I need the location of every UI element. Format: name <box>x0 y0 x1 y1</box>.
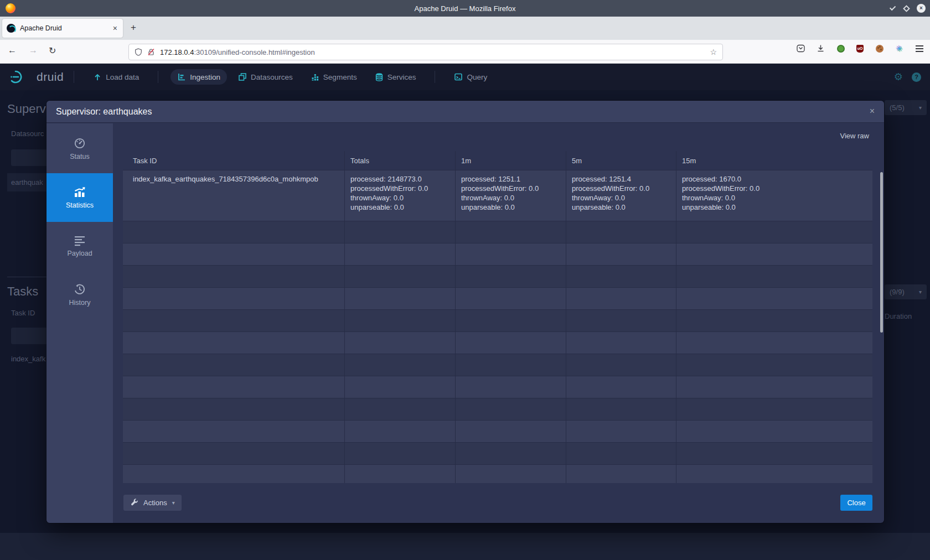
tab-status-label: Status <box>70 153 89 160</box>
table-row-empty <box>123 266 872 288</box>
pocket-icon[interactable] <box>797 44 805 53</box>
close-button-label: Close <box>847 499 865 507</box>
browser-toolbar: ← → ↻ 172.18.0.4 :30109/unified-console.… <box>0 40 930 64</box>
browser-tabbar: Apache Druid × + <box>0 17 930 40</box>
dialog-title: Supervisor: earthquakes <box>56 107 152 117</box>
supervisors-refresh-dropdown[interactable]: (5/5)▾ <box>885 100 927 115</box>
dialog-header: Supervisor: earthquakes × <box>46 101 884 123</box>
cell-task-id: index_kafka_earthquakes_7184357396d6c0a_… <box>123 170 345 221</box>
caret-down-icon: ▾ <box>919 105 922 111</box>
tab-payload[interactable]: Payload <box>46 222 113 271</box>
window-titlebar: Apache Druid — Mozilla Firefox × <box>0 0 930 17</box>
screen: Apache Druid — Mozilla Firefox × Apache … <box>0 0 930 560</box>
help-icon[interactable]: ? <box>912 72 921 82</box>
column-header-task-id[interactable]: Task ID <box>123 151 345 170</box>
gauge-icon <box>74 137 86 149</box>
table-empty-rows <box>123 221 872 483</box>
view-raw-link[interactable]: View raw <box>840 132 869 140</box>
druid-favicon-icon <box>7 24 16 33</box>
column-header-1m[interactable]: 1m <box>456 151 566 170</box>
tab-history-label: History <box>69 299 91 307</box>
tab-statistics[interactable]: Statistics <box>46 173 113 222</box>
colorful-extension-icon[interactable]: ✳ <box>895 44 903 53</box>
column-header-5m[interactable]: 5m <box>566 151 676 170</box>
task-id-column-header: Task ID <box>11 309 35 317</box>
background-table-band <box>0 533 930 560</box>
tab-statistics-label: Statistics <box>66 201 94 209</box>
table-row-empty <box>123 310 872 332</box>
nav-item-load-data[interactable]: Load data <box>86 69 146 85</box>
statistics-table: Task ID Totals 1m 5m 15m index_kafka_ear… <box>123 151 872 483</box>
browser-tab-apache-druid[interactable]: Apache Druid × <box>2 19 123 38</box>
nav-item-services[interactable]: Services <box>368 69 423 85</box>
tasks-refresh-dropdown[interactable]: (9/9)▾ <box>885 284 927 299</box>
dialog-sidebar: Status Statistics Pay <box>46 123 113 523</box>
tab-title: Apache Druid <box>20 24 112 32</box>
table-row-empty <box>123 221 872 243</box>
nav-item-query[interactable]: Query <box>447 69 494 85</box>
table-row-empty <box>123 465 872 483</box>
extension-privacy-icon[interactable] <box>836 44 845 53</box>
cell-5m: processed: 1251.4processedWithError: 0.0… <box>566 170 676 221</box>
table-row-empty <box>123 376 872 398</box>
tasks-page-title: Tasks <box>7 284 38 299</box>
close-button[interactable]: Close <box>840 495 872 511</box>
url-host: 172.18.0.4 <box>160 48 194 56</box>
history-clock-icon <box>74 283 86 295</box>
datasources-icon <box>238 72 247 81</box>
tab-status[interactable]: Status <box>46 125 113 173</box>
firefox-logo-icon <box>6 3 16 13</box>
table-row-empty <box>123 332 872 354</box>
druid-brand-label: druid <box>37 70 64 84</box>
back-button[interactable]: ← <box>8 45 17 55</box>
druid-brand[interactable]: druid <box>10 70 64 84</box>
reload-button[interactable]: ↻ <box>49 45 56 56</box>
tracking-shield-icon[interactable] <box>135 48 142 56</box>
nav-item-ingestion[interactable]: Ingestion <box>170 69 227 85</box>
supervisors-page-title: Superv <box>7 102 46 116</box>
cell-15m: processed: 1670.0processedWithError: 0.0… <box>676 170 872 221</box>
window-title: Apache Druid — Mozilla Firefox <box>0 4 930 13</box>
duration-column-header: Duration <box>885 312 912 320</box>
wrench-icon <box>130 499 138 507</box>
insecure-lock-icon[interactable] <box>147 48 155 56</box>
ublock-origin-icon[interactable]: uO <box>856 45 864 53</box>
url-bar[interactable]: 172.18.0.4 :30109/unified-console.html#i… <box>128 44 723 60</box>
table-row-empty <box>123 398 872 421</box>
query-icon <box>454 72 463 81</box>
table-row-empty <box>123 354 872 376</box>
forward-button[interactable]: → <box>29 45 38 55</box>
url-path: :30109/unified-console.html#ingestion <box>194 48 710 56</box>
caret-down-icon: ▾ <box>172 500 175 506</box>
window-maximize-icon[interactable] <box>903 5 910 12</box>
downloads-icon[interactable] <box>817 44 825 53</box>
menu-icon[interactable] <box>915 44 923 53</box>
cookie-extension-icon[interactable] <box>875 44 884 53</box>
column-header-15m[interactable]: 15m <box>676 151 872 170</box>
window-minimize-icon[interactable] <box>890 4 896 11</box>
task-row-id: index_kafk <box>11 355 45 363</box>
statistics-chart-icon <box>73 186 86 198</box>
supervisor-row-datasource: earthquak <box>11 178 43 186</box>
table-scrollbar-thumb[interactable] <box>880 172 883 333</box>
bookmark-star-icon[interactable]: ☆ <box>710 48 717 56</box>
settings-gear-icon[interactable]: ⚙ <box>894 71 903 83</box>
dialog-close-icon[interactable]: × <box>870 107 875 116</box>
actions-button[interactable]: Actions ▾ <box>123 495 182 511</box>
ingestion-icon <box>177 72 186 81</box>
table-header-row: Task ID Totals 1m 5m 15m <box>123 151 872 170</box>
new-tab-button[interactable]: + <box>131 22 136 33</box>
column-header-totals[interactable]: Totals <box>345 151 456 170</box>
nav-item-datasources[interactable]: Datasources <box>231 69 299 85</box>
supervisor-dialog: Supervisor: earthquakes × Status <box>46 101 884 523</box>
window-close-icon[interactable]: × <box>917 4 926 13</box>
services-icon <box>375 72 384 81</box>
upload-icon <box>93 72 102 81</box>
table-row-empty <box>123 443 872 465</box>
tab-payload-label: Payload <box>67 250 92 257</box>
table-row-empty <box>123 288 872 310</box>
nav-item-segments[interactable]: Segments <box>304 69 364 85</box>
cell-1m: processed: 1251.1processedWithError: 0.0… <box>456 170 566 221</box>
tab-history[interactable]: History <box>46 271 113 319</box>
tab-close-icon[interactable]: × <box>112 24 118 33</box>
